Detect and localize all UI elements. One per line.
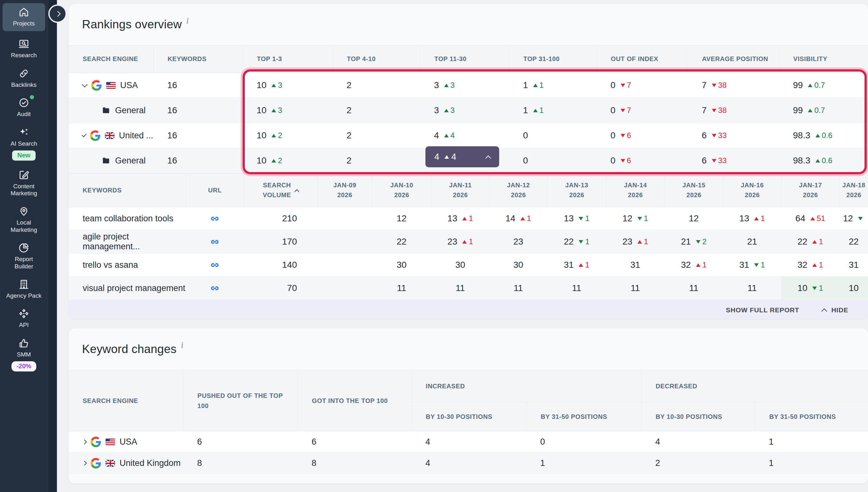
info-icon[interactable]: i (186, 16, 189, 26)
value-cell: 1 (755, 452, 868, 473)
cell-value: 14 (506, 214, 515, 224)
metric-cell: 98.30.6 (779, 123, 868, 148)
row-label: General (115, 105, 146, 116)
sidebar-item-agency-pack[interactable]: Agency Pack (3, 276, 45, 302)
column-header-label: TOP 1-3 (257, 55, 282, 63)
metric-cell: 07 (596, 73, 688, 98)
value-cell: 6 (183, 431, 298, 452)
position-cell: 231 (431, 230, 489, 253)
position-cell: 6451 (781, 207, 839, 230)
rankings-table-header: SEARCH ENGINEKEYWORDSTOP 1-3TOP 4-10TOP … (69, 45, 868, 73)
sidebar-item-report-builder[interactable]: Report Builder (3, 240, 45, 273)
rankings-row-general[interactable]: General161032331107738990.7 (69, 98, 868, 123)
column-header-jan-15-2026: JAN-152026 (665, 174, 723, 207)
sidebar-item-backlinks[interactable]: Backlinks (3, 65, 45, 91)
triangle-up-icon (816, 134, 820, 138)
date-column-header: JAN-112026 (449, 180, 471, 200)
cell-value: 22 (849, 237, 859, 247)
keyword-row-visual-project-management[interactable]: visual project management701111111111111… (69, 277, 868, 300)
date-column-header: JAN-162026 (741, 180, 764, 200)
keyword-changes-row-usa[interactable]: USA664041 (69, 431, 868, 452)
sidebar-item-local-marketing[interactable]: Local Marketing (3, 203, 45, 236)
column-header-jan-10-2026: JAN-102026 (372, 174, 431, 207)
position-cell: 311 (723, 253, 781, 276)
column-header-search-volume[interactable]: SEARCHVOLUME (244, 174, 317, 207)
url-link-icon[interactable] (210, 237, 220, 247)
sidebar-item-label: Backlinks (11, 81, 36, 89)
group-header-label: DECREASED (642, 370, 868, 402)
keyword-changes-title: Keyword changes (82, 343, 176, 356)
cell-value: 0 (523, 130, 528, 141)
rankings-row-usa[interactable]: USA161032331107738990.7 (69, 73, 868, 98)
sidebar-expand-button[interactable] (48, 4, 67, 23)
cell-value: 2 (347, 130, 352, 141)
cell-value: 4 (434, 130, 439, 141)
sidebar-item-label: Projects (13, 20, 35, 27)
position-tooltip[interactable]: 4 4 (426, 146, 499, 167)
research-icon (18, 38, 30, 50)
metric-cell: 990.7 (779, 98, 868, 123)
row-label: General (115, 156, 146, 166)
info-icon[interactable]: i (181, 340, 183, 350)
metric-cell: 102 (242, 148, 333, 173)
url-link-cell[interactable] (186, 277, 244, 300)
metric-cell: 0 (509, 123, 596, 148)
url-link-cell[interactable] (186, 207, 244, 230)
column-header-label: SEARCH ENGINE (83, 396, 138, 406)
date-column-header: JAN-102026 (390, 180, 413, 200)
triangle-up-icon (272, 159, 276, 163)
position-cell: 311 (547, 253, 606, 276)
sidebar-item-label: API (19, 322, 29, 328)
chevron-right-icon[interactable] (82, 461, 87, 466)
cell-value: 7 (702, 105, 707, 116)
cell-value: 11 (513, 283, 523, 293)
position-cell: 30 (431, 253, 489, 276)
delta-down: 6 (621, 156, 631, 165)
column-header-top-11-30: TOP 11-30 (420, 46, 509, 73)
metric-value: 8 (312, 458, 316, 468)
sidebar-item-audit[interactable]: Audit (3, 95, 45, 120)
delta-up: 0.7 (808, 81, 825, 90)
cell-value: 6 (702, 130, 707, 141)
keyword-changes-row-united-kingdom[interactable]: United Kingdom884121 (69, 452, 868, 474)
sidebar-item-label: SMM (17, 351, 31, 358)
position-cell: 11 (606, 277, 665, 300)
value-cell: 4 (641, 431, 755, 452)
url-link-cell[interactable] (186, 253, 244, 276)
triangle-up-icon (637, 240, 642, 244)
search-engine-cell: USA (69, 431, 183, 452)
show-full-report-button[interactable]: SHOW FULL REPORT (726, 306, 799, 314)
chevron-down-icon[interactable] (82, 81, 87, 87)
keyword-row-trello-vs-asana[interactable]: trello vs asana1403030303113132131132131 (69, 253, 868, 277)
keyword-row-team-collaboration-tools[interactable]: team collaboration tools2101213114113112… (69, 207, 868, 230)
group-header-label: INCREASED (412, 370, 641, 402)
subcolumn-header-0: BY 10-30 POSITIONS (642, 402, 755, 431)
cell-value: 10 (257, 155, 266, 166)
sidebar-item-ai-search[interactable]: AI SearchNew (3, 124, 45, 163)
metric-cell: 633 (688, 123, 779, 148)
column-header-keywords: KEYWORDS (153, 46, 242, 73)
delta-down: 1 (579, 214, 589, 223)
cell-value: 30 (397, 260, 406, 270)
sidebar-item-research[interactable]: Research (3, 35, 45, 62)
metric-value: 4 (426, 437, 430, 447)
position-cell: 11 (665, 277, 723, 300)
url-link-cell[interactable] (186, 230, 244, 253)
cell-value: 99 (793, 80, 803, 90)
hide-button[interactable]: HIDE (822, 306, 848, 314)
sidebar-item-api[interactable]: API (3, 305, 45, 331)
sidebar-item-projects[interactable]: Projects (3, 3, 45, 31)
url-link-icon[interactable] (210, 284, 220, 293)
sidebar-item-content-marketing[interactable]: Content Marketing (3, 167, 45, 200)
chevron-right-icon[interactable] (82, 439, 87, 444)
chevron-down-icon[interactable] (82, 132, 87, 137)
cell-value: 12 (689, 214, 698, 224)
url-link-icon[interactable] (210, 214, 220, 224)
keyword-row-agile-project-management-[interactable]: agile project management...1702223123221… (69, 230, 868, 253)
chevron-up-icon[interactable] (485, 155, 491, 161)
rankings-row-united-[interactable]: United ...1610224400663398.30.6 (69, 123, 868, 148)
sidebar: ProjectsResearchBacklinksAuditAI SearchN… (0, 0, 48, 492)
sidebar-item-smm[interactable]: SMM-20% (3, 335, 45, 374)
url-link-icon[interactable] (210, 260, 220, 270)
check-circle-icon (18, 97, 30, 108)
